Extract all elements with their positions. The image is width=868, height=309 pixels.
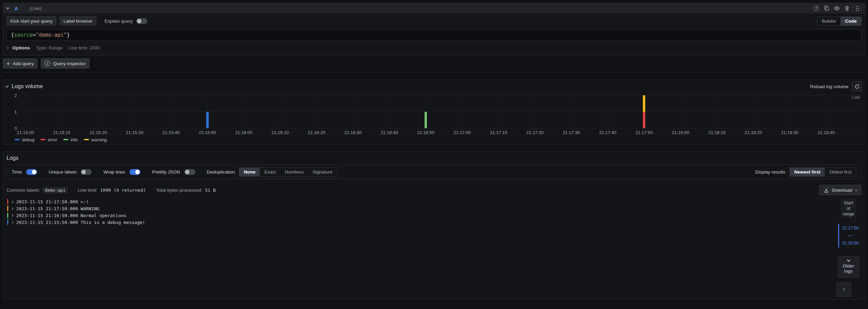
display-option-newest-first[interactable]: Newest first [790, 168, 825, 176]
log-row-debug[interactable]: 2023-11-15 21:15:50.000 This is a debug … [7, 219, 835, 226]
common-labels-badge: demo-api [43, 187, 68, 193]
legend-item-debug[interactable]: debug [15, 137, 34, 142]
wrap-lines-toggle[interactable] [129, 169, 140, 175]
deduplication-label: Deduplication [207, 169, 235, 175]
total-bytes-label: Total bytes processed: [156, 188, 202, 193]
prettify-json-toggle-label: Prettify JSON [152, 169, 180, 175]
chart-vgridline [571, 95, 572, 128]
query-inspector-button[interactable]: i Query inspector [41, 58, 89, 69]
toggle-visibility-eye-icon[interactable] [833, 4, 841, 12]
log-level-indicator-error [7, 199, 8, 204]
log-row-warning[interactable]: 2023-11-15 21:17:50.000 WARNING [7, 205, 835, 212]
display-results-label: Display results [755, 169, 785, 175]
query-row-header[interactable]: A (Loki) ? [3, 3, 865, 13]
range-to-time: 21:15:50 [842, 241, 859, 246]
deduplication-switch: NoneExactNumbersSignature [239, 167, 337, 177]
chart-x-tick-label: 21:15:40 [162, 130, 180, 135]
dedup-option-none[interactable]: None [239, 168, 260, 176]
display-option-oldest-first[interactable]: Oldest first [825, 168, 856, 176]
older-logs-button[interactable]: Olderlogs [838, 256, 859, 277]
query-options-collapse[interactable]: Options Type: Range Line limit: 1000 [7, 44, 861, 52]
chart-x-tick-label: 21:16:00 [235, 130, 253, 135]
chart-x-tick-label: 21:18:20 [745, 130, 762, 135]
collapse-query-chevron-icon[interactable] [6, 6, 10, 10]
chart-vgridline [499, 95, 499, 128]
chart-x-tick-label: 21:18:00 [672, 130, 690, 135]
log-line-text: 2023-11-15 21:17:50.000 WARNING [16, 206, 100, 211]
logs-meta-row: Common labels: demo-api Line limit: 1000… [7, 185, 861, 195]
loki-query-input[interactable]: {source="demo-api"} [7, 29, 861, 41]
dedup-option-exact[interactable]: Exact [260, 168, 280, 176]
download-button[interactable]: Download [819, 185, 861, 195]
chart-vgridline [98, 95, 99, 128]
chart-bar-error [643, 112, 645, 128]
chart-vgridline [353, 95, 353, 128]
time-range-indicator[interactable]: 21:17:50 — 21:15:50 [838, 224, 859, 248]
add-query-button[interactable]: + Add query [3, 58, 37, 69]
prettify-json-toggle[interactable] [184, 169, 195, 175]
chart-x-tick-label: 21:16:30 [344, 130, 362, 135]
query-token-operator: = [33, 32, 36, 38]
datasource-label: (Loki) [30, 6, 42, 11]
drag-handle-icon[interactable] [853, 4, 861, 12]
log-row-error[interactable]: 2023-11-15 21:17:50.000 >:( [7, 198, 835, 205]
range-from-time: 21:17:50 [842, 226, 859, 230]
older-logs-chevron-icon [847, 259, 850, 262]
range-separator: — [848, 233, 853, 238]
legend-swatch-error [40, 139, 45, 140]
duplicate-query-icon[interactable] [822, 4, 831, 12]
log-row-info[interactable]: 2023-11-15 21:16:50.000 Normal operation… [7, 212, 835, 219]
arrow-up-icon: ↑ [843, 286, 845, 293]
chart-bar-info [425, 112, 427, 128]
chart-x-tick-label: 21:18:30 [781, 130, 799, 135]
line-limit-label: Line limit: [78, 188, 97, 193]
log-expand-chevron-icon[interactable] [11, 221, 13, 223]
query-row-body: Kick start your query Label browser Expl… [3, 13, 865, 55]
query-token-brace-open: { [11, 32, 14, 38]
chart-x-tick-label: 21:17:10 [490, 130, 507, 135]
section-divider [3, 72, 865, 72]
query-token-value: "demo-api" [36, 32, 67, 38]
chart-plot [20, 95, 862, 128]
log-expand-chevron-icon[interactable] [11, 207, 13, 210]
reload-log-volume-label: Reload log volume [810, 84, 848, 89]
explain-query-toggle[interactable] [136, 18, 147, 24]
chart-vgridline [717, 95, 717, 128]
chart-x-tick-label: 21:18:40 [818, 130, 835, 135]
label-browser-button[interactable]: Label browser [60, 16, 96, 25]
dedup-option-numbers[interactable]: Numbers [280, 168, 308, 176]
download-chevron-icon [855, 188, 857, 191]
chart-y-tick-label: 2 [14, 93, 17, 98]
unique-labels-toggle-label: Unique labels [49, 169, 77, 175]
query-token-brace-close: } [67, 32, 70, 38]
chart-vgridline [389, 95, 390, 128]
legend-swatch-info [63, 139, 68, 140]
kick-start-query-button[interactable]: Kick start your query [7, 16, 56, 25]
reload-log-volume-button[interactable] [852, 81, 862, 92]
editor-mode-builder[interactable]: Builder [817, 17, 841, 25]
legend-swatch-debug [15, 139, 20, 140]
chart-vgridline [608, 95, 608, 128]
help-icon[interactable]: ? [812, 4, 820, 12]
logs-volume-collapse-chevron-icon[interactable] [5, 84, 9, 88]
chart-vgridline [280, 95, 280, 128]
total-bytes-value: 51 B [205, 188, 216, 193]
options-type-summary: Type: Range [36, 45, 62, 50]
legend-item-error[interactable]: error [40, 137, 57, 142]
common-labels-label: Common labels: [7, 188, 40, 193]
logs-navigation-sidebar: Startofrange 21:17:50 — 21:15:50 Olderlo… [835, 198, 861, 297]
dedup-option-signature[interactable]: Signature [308, 168, 337, 176]
delete-query-trash-icon[interactable] [843, 4, 851, 12]
scroll-to-top-button[interactable]: ↑ [837, 282, 851, 297]
editor-mode-code[interactable]: Code [841, 17, 861, 25]
logs-volume-panel: Logs volume Reload log volume Loki 012 2… [3, 79, 865, 145]
unique-labels-toggle[interactable] [81, 169, 92, 175]
time-toggle[interactable] [26, 169, 37, 175]
legend-item-info[interactable]: info [63, 137, 78, 142]
legend-item-warning[interactable]: warning [84, 137, 107, 142]
log-expand-chevron-icon[interactable] [11, 200, 13, 203]
chart-x-tick-label: 21:16:20 [308, 130, 325, 135]
log-expand-chevron-icon[interactable] [11, 214, 13, 216]
options-chevron-icon [6, 46, 9, 49]
log-line-text: 2023-11-15 21:15:50.000 This is a debug … [16, 220, 145, 225]
